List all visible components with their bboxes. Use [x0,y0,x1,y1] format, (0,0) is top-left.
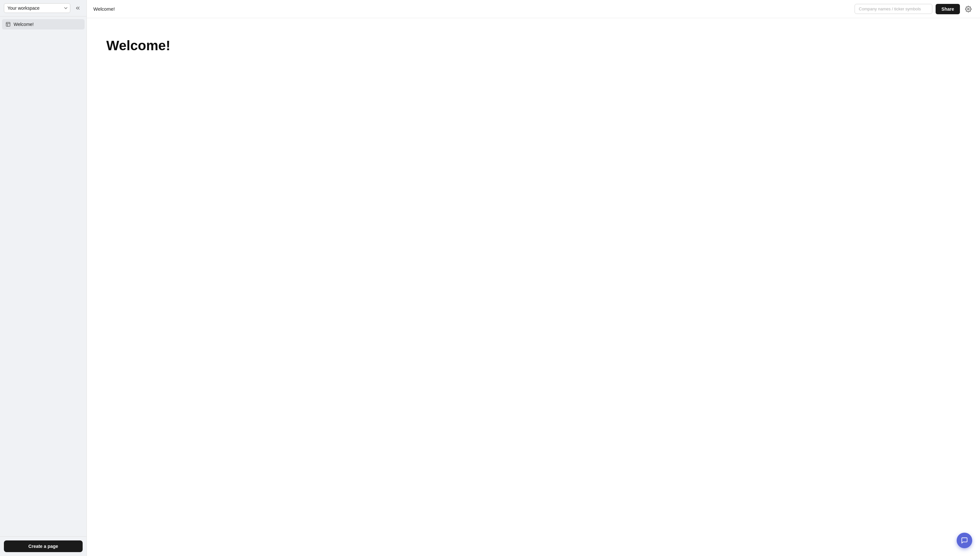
sidebar-item-welcome[interactable]: Welcome! [2,19,84,29]
svg-rect-0 [6,23,10,26]
main-content: Welcome! Share Welcome! [87,0,980,556]
sidebar-nav: Welcome! [0,16,87,536]
page-heading: Welcome! [100,37,170,54]
svg-point-3 [968,8,969,10]
topbar-actions: Share [855,4,974,14]
sidebar-header: Your workspace [0,0,87,16]
share-button[interactable]: Share [936,4,960,14]
settings-button[interactable] [963,4,974,14]
create-page-button[interactable]: Create a page [4,540,82,552]
topbar-title: Welcome! [93,6,115,12]
workspace-select[interactable]: Your workspace [4,3,70,13]
topbar: Welcome! Share [87,0,980,18]
chevrons-left-icon [75,5,81,11]
sidebar: Your workspace Welcome! Create a page [0,0,87,556]
page-body: Welcome! [87,18,980,556]
chat-icon [961,537,968,544]
chat-fab-button[interactable] [957,533,972,548]
sidebar-footer: Create a page [0,536,87,556]
gear-icon [965,6,972,12]
sidebar-item-label: Welcome! [14,22,34,27]
page-icon [5,21,11,27]
collapse-sidebar-button[interactable] [73,3,82,13]
company-search-input[interactable] [855,4,932,14]
